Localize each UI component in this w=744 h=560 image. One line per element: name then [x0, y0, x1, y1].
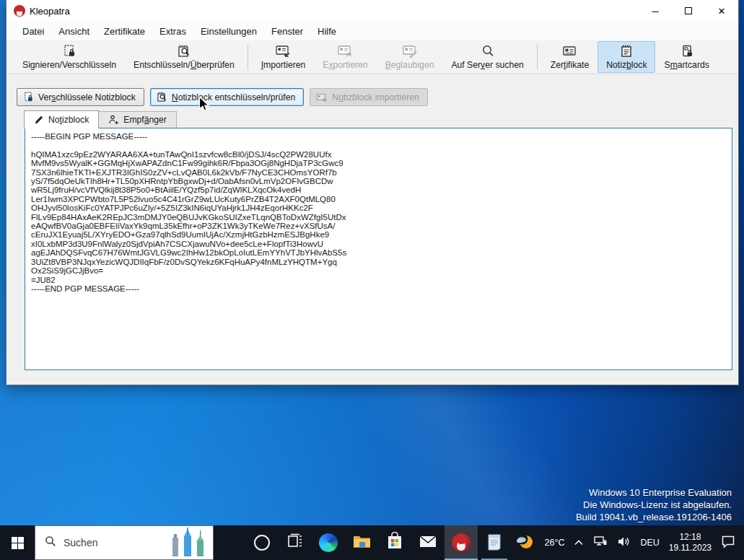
system-tray: 26°C DEU 12:18 19.11.2023	[515, 525, 744, 560]
titlebar[interactable]: Kleopatra ─ ✕	[6, 0, 738, 22]
taskbar-cortana-button[interactable]	[245, 525, 279, 560]
pgp-message-text[interactable]: -----BEGIN PGP MESSAGE----- hQIMA1xzc9pE…	[31, 132, 726, 293]
close-icon: ✕	[718, 6, 726, 17]
minimize-icon: ─	[652, 6, 658, 17]
action-center-icon[interactable]	[721, 535, 735, 551]
volume-icon[interactable]	[617, 535, 631, 551]
maximize-button[interactable]	[672, 0, 705, 22]
toolbar-export: Exportieren	[314, 41, 376, 73]
edge-icon	[319, 533, 338, 552]
taskbar-store-button[interactable]	[378, 525, 411, 560]
certify-icon	[402, 44, 418, 58]
notepad-action-row: Verschlüssele Notizblock Notizblock ents…	[17, 88, 428, 106]
notepad-text-area[interactable]: -----BEGIN PGP MESSAGE----- hQIMA1xzc9pE…	[25, 128, 732, 370]
import-notepad-icon	[316, 92, 328, 102]
menu-extras[interactable]: Extras	[152, 23, 193, 40]
taskbar-kleopatra-button[interactable]	[445, 525, 478, 560]
taskbar-search[interactable]: Suchen	[35, 525, 214, 560]
notepad-app-icon	[486, 533, 503, 554]
watermark-line: Die Windows-Lizenz ist abgelaufen.	[576, 499, 732, 511]
time-label: 12:18	[669, 532, 712, 543]
watermark-line: Windows 10 Enterprise Evaluation	[576, 486, 732, 499]
date-label: 19.11.2023	[669, 543, 712, 554]
kleopatra-icon	[452, 533, 471, 552]
encrypt-notepad-icon	[23, 92, 34, 102]
pencil-icon	[34, 115, 44, 125]
windows-logo-icon	[12, 537, 24, 549]
taskbar: Suchen	[0, 525, 744, 560]
toolbar-notepad[interactable]: Notizblock	[598, 41, 655, 73]
export-icon	[337, 44, 353, 58]
menu-zertifikate[interactable]: Zertifikate	[97, 23, 152, 40]
menu-hilfe[interactable]: Hilfe	[310, 23, 343, 40]
task-view-icon	[286, 533, 304, 553]
mouse-cursor	[198, 97, 211, 114]
search-placeholder: Suchen	[64, 537, 97, 548]
taskbar-notepad-button[interactable]	[478, 525, 511, 560]
import-icon	[275, 44, 291, 58]
clock[interactable]: 12:18 19.11.2023	[669, 532, 712, 554]
smartcards-icon	[680, 44, 694, 58]
taskbar-icons	[245, 525, 511, 560]
toolbar-separator	[248, 44, 248, 70]
encrypt-notepad-button[interactable]: Verschlüssele Notizblock	[17, 88, 144, 106]
temperature-label[interactable]: 26°C	[544, 538, 564, 548]
toolbar-search-server[interactable]: Auf Server suchen	[442, 41, 532, 73]
taskbar-explorer-button[interactable]	[345, 525, 378, 560]
tab-empfaenger[interactable]: Empfänger	[99, 111, 177, 128]
keyboard-language-label[interactable]: DEU	[640, 538, 659, 548]
menu-datei[interactable]: Datei	[15, 23, 51, 40]
toolbar-decrypt-verify[interactable]: Entschlüsseln/Überprüfen	[125, 41, 243, 73]
toolbar-certificates[interactable]: Zertifikate	[542, 41, 598, 73]
notepad-icon	[619, 44, 634, 58]
toolbar-certify: Beglaubigen	[377, 41, 443, 73]
toolbar-separator	[537, 44, 538, 70]
search-highlights-icon[interactable]	[168, 528, 210, 559]
search-server-icon	[481, 44, 495, 58]
window-title: Kleopatra	[30, 6, 70, 17]
menu-fenster[interactable]: Fenster	[264, 23, 310, 40]
maximize-icon	[685, 7, 692, 14]
add-person-icon	[108, 115, 119, 125]
decrypt-notepad-button[interactable]: Notizblock entschlüsseln/prüfen	[150, 88, 304, 106]
taskbar-edge-button[interactable]	[312, 525, 345, 560]
desktop: Windows 10 Enterprise Evaluation Die Win…	[0, 0, 744, 560]
menubar: Datei Ansicht Zertifikate Extras Einstel…	[6, 22, 738, 40]
search-icon	[45, 535, 56, 550]
taskbar-task-view-button[interactable]	[279, 525, 312, 560]
certificates-icon	[561, 44, 577, 58]
toolbar-sign-encrypt[interactable]: Signieren/Verschlüsseln	[14, 41, 125, 73]
sign-encrypt-icon	[62, 44, 76, 58]
weather-icon[interactable]	[515, 531, 535, 554]
minimize-button[interactable]: ─	[639, 0, 672, 22]
microsoft-store-icon	[386, 532, 403, 554]
close-button[interactable]: ✕	[705, 0, 738, 22]
toolbar: Signieren/Verschlüsseln Entschlüsseln/Üb…	[6, 40, 738, 74]
menu-einstellungen[interactable]: Einstellungen	[193, 23, 264, 40]
import-notepad-button: Notizblock importieren	[310, 88, 428, 106]
file-explorer-icon	[352, 533, 372, 553]
menu-ansicht[interactable]: Ansicht	[51, 23, 97, 40]
toolbar-smartcards[interactable]: Smartcards	[655, 41, 717, 73]
mail-icon	[419, 533, 437, 552]
decrypt-verify-icon	[177, 44, 191, 58]
decrypt-notepad-icon	[157, 92, 167, 102]
notepad-tabs: Notizblock Empfänger	[24, 110, 177, 128]
windows-watermark: Windows 10 Enterprise Evaluation Die Win…	[576, 486, 732, 523]
watermark-line: Build 19041.vb_release.191206-1406	[576, 511, 732, 523]
cortana-icon	[254, 535, 270, 551]
start-button[interactable]	[0, 525, 35, 560]
tray-chevron-up-icon[interactable]	[574, 536, 584, 549]
tab-notizblock[interactable]: Notizblock	[24, 110, 99, 128]
toolbar-import[interactable]: Importieren	[253, 41, 315, 73]
notepad-view: Verschlüssele Notizblock Notizblock ents…	[6, 74, 738, 385]
kleopatra-window: Kleopatra ─ ✕ Datei Ansicht Zertifikate …	[6, 0, 739, 385]
network-icon[interactable]	[593, 535, 608, 551]
kleopatra-logo-icon	[14, 5, 25, 17]
taskbar-mail-button[interactable]	[411, 525, 445, 560]
